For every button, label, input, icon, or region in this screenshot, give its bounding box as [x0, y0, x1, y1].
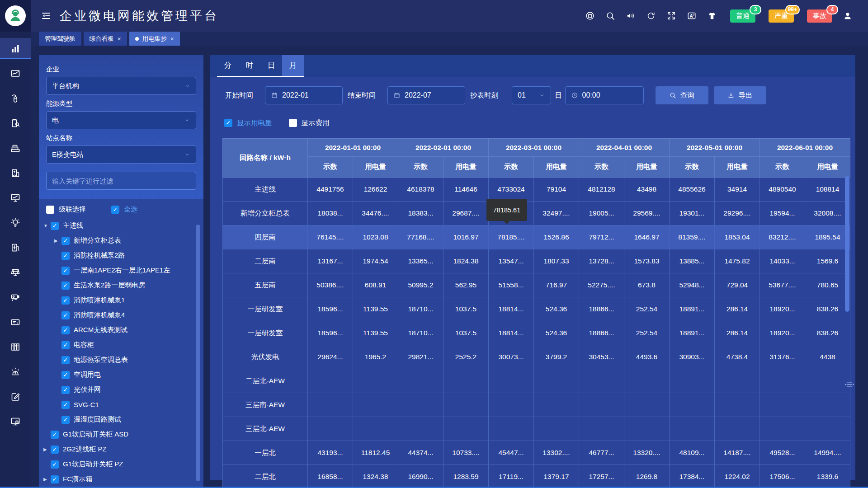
tree-item[interactable]: ✓G1软启动开关柜 PZ — [43, 457, 203, 472]
tree-item[interactable]: ▼✓主进线 — [43, 218, 203, 233]
export-button[interactable]: 导出 — [714, 86, 766, 104]
tree-item-checkbox[interactable]: ✓ — [61, 296, 70, 305]
nav-tab-0[interactable]: 管理驾驶舱 — [39, 32, 81, 46]
table-row[interactable]: 一层北43193...11812.4544374...10733....4544… — [223, 441, 850, 465]
sidebar-item-machine[interactable] — [0, 137, 31, 159]
search-icon[interactable] — [605, 11, 615, 21]
tree-item[interactable]: ✓温湿度回路测试 — [43, 412, 203, 427]
tree-item-checkbox[interactable]: ✓ — [61, 416, 70, 424]
scroll-drag-handle-icon[interactable] — [844, 379, 855, 390]
tree-item-checkbox[interactable]: ✓ — [61, 237, 70, 245]
sidebar-item-ev-charger[interactable] — [0, 237, 31, 258]
tree-item-checkbox[interactable]: ✓ — [61, 252, 70, 260]
table-row[interactable]: 三层南-AEW — [223, 393, 850, 417]
tree-scrollbar-thumb[interactable] — [196, 225, 200, 481]
station-select[interactable]: E楼变电站 — [46, 145, 196, 164]
sidebar-item-bar-chart[interactable] — [0, 38, 31, 59]
sidebar-item-server[interactable] — [0, 311, 31, 333]
collapse-sidebar-icon[interactable] — [41, 10, 52, 21]
tree-item-checkbox[interactable]: ✓ — [61, 341, 70, 349]
caret-right-icon[interactable]: ▶ — [54, 238, 61, 243]
tree-search-input[interactable] — [46, 172, 196, 190]
tree-item-checkbox[interactable]: ✓ — [51, 475, 59, 483]
tree-item[interactable]: ✓生活水泵2路一层弱电房 — [43, 278, 203, 293]
alarm-badge-2[interactable]: 事故4 — [807, 9, 832, 23]
tree-item[interactable]: ✓G1软启动开关柜 ASD — [43, 427, 203, 442]
app-logo[interactable] — [5, 5, 26, 26]
table-row[interactable]: 一层研发室18596...1139.5518710...1037.518814.… — [223, 321, 850, 345]
tree-item[interactable]: ▶✓2G2进线柜 PZ — [43, 442, 203, 457]
refresh-icon[interactable] — [646, 11, 656, 21]
tree-item[interactable]: ✓空调用电 — [43, 367, 203, 382]
tree-item[interactable]: ▶✓新增分立柜总表 — [43, 233, 203, 248]
sidebar-item-trend-chart[interactable] — [0, 63, 31, 84]
caret-right-icon[interactable]: ▶ — [43, 477, 51, 482]
select-all-checkbox[interactable]: ✓ — [111, 206, 119, 214]
start-date-input[interactable]: 2022-01 — [265, 86, 343, 104]
language-icon[interactable]: A文 — [687, 11, 697, 21]
tree-item[interactable]: ✓SVG-C1 — [43, 397, 203, 412]
tree-item[interactable]: ✓光伏并网 — [43, 382, 203, 397]
tree-item-checkbox[interactable]: ✓ — [61, 282, 70, 290]
sidebar-item-screen-settings[interactable] — [0, 411, 31, 432]
tree-item[interactable]: ✓ARCM无线表测试 — [43, 323, 203, 338]
close-tab-icon[interactable]: × — [170, 35, 174, 42]
nav-tab-2[interactable]: 用电集抄× — [129, 32, 180, 46]
tree-item-checkbox[interactable]: ✓ — [51, 460, 59, 469]
sidebar-item-alarm[interactable] — [0, 361, 31, 382]
tree-item[interactable]: ✓电容柜 — [43, 338, 203, 352]
fullscreen-icon[interactable] — [666, 11, 676, 21]
table-row[interactable]: 主进线4491756126622461837811464647330247910… — [223, 178, 850, 202]
meter-clock-input[interactable]: 00:00 — [565, 86, 644, 104]
caret-down-icon[interactable]: ▼ — [43, 223, 51, 228]
tree-item[interactable]: ✓消防喷淋机械泵4 — [43, 308, 203, 323]
show-energy-checkbox[interactable]: ✓ — [224, 119, 232, 127]
tree-item-checkbox[interactable]: ✓ — [51, 446, 59, 454]
tree-item[interactable]: ✓消防喷淋机械泵1 — [43, 293, 203, 308]
table-row[interactable]: 五层南50386....608.9150995.2562.9551558...7… — [223, 273, 850, 297]
cascade-checkbox[interactable] — [46, 206, 54, 214]
table-row[interactable]: 光伏发电29624...1965.229821...2525.230073...… — [223, 345, 850, 369]
table-row[interactable]: 二层北-AEW — [223, 369, 850, 393]
sidebar-item-monitor-chart[interactable] — [0, 187, 31, 208]
sidebar-item-camera[interactable] — [0, 286, 31, 308]
tree-item-checkbox[interactable]: ✓ — [61, 356, 70, 364]
table-row[interactable]: 二层南13167...1974.5413365...1824.3813547..… — [223, 249, 850, 273]
company-select[interactable]: 平台机构 — [46, 77, 196, 95]
tree-item[interactable]: ✓消防栓机械泵2路 — [43, 248, 203, 263]
tree-item-checkbox[interactable]: ✓ — [61, 267, 70, 275]
energy-type-select[interactable]: 电 — [46, 111, 196, 129]
tree-item-checkbox[interactable]: ✓ — [61, 326, 70, 334]
alarm-badge-0[interactable]: 普通3 — [730, 9, 755, 23]
period-tab-hour[interactable]: 时 — [239, 55, 260, 76]
tree-item-checkbox[interactable]: ✓ — [51, 431, 59, 439]
caret-right-icon[interactable]: ▶ — [43, 447, 51, 452]
table-row[interactable]: 新增分立柜总表18038...34476....18383...29687...… — [223, 202, 850, 225]
tree-item-checkbox[interactable]: ✓ — [61, 371, 70, 379]
tree-item[interactable]: ▶✓FC演示箱 — [43, 472, 203, 487]
tree-item-checkbox[interactable]: ✓ — [61, 386, 70, 394]
period-tab-minute[interactable]: 分 — [217, 55, 239, 76]
end-date-input[interactable]: 2022-07 — [387, 86, 465, 104]
query-button[interactable]: 查询 — [656, 86, 708, 104]
user-icon[interactable] — [843, 11, 853, 21]
table-vertical-scrollbar-thumb[interactable] — [845, 176, 849, 312]
tree-item-checkbox[interactable]: ✓ — [51, 222, 59, 230]
close-tab-icon[interactable]: × — [118, 35, 121, 42]
sidebar-item-building[interactable] — [0, 162, 31, 183]
alarm-badge-1[interactable]: 严重99+ — [769, 9, 794, 23]
show-cost-checkbox[interactable] — [289, 119, 297, 127]
sidebar-item-solar-panel[interactable] — [0, 262, 31, 283]
tree-item-checkbox[interactable]: ✓ — [61, 401, 70, 409]
table-row[interactable]: 二层北16858...1324.3816990...1283.5917119..… — [223, 465, 850, 488]
table-row[interactable]: 四层南76145....1023.0877168....1016.9778185… — [223, 225, 850, 249]
sound-icon[interactable] — [626, 11, 636, 21]
sidebar-item-bulb[interactable] — [0, 212, 31, 233]
tree-item[interactable]: ✓地源热泵空调总表 — [43, 352, 203, 367]
table-row[interactable]: 一层研发室18596...1139.5518710...1037.518814.… — [223, 297, 850, 321]
period-tab-day[interactable]: 日 — [260, 55, 282, 76]
help-icon[interactable] — [585, 11, 595, 21]
sidebar-item-fire-extinguisher[interactable] — [0, 88, 31, 109]
meter-day-select[interactable]: 01 — [512, 86, 551, 104]
sidebar-item-inspection[interactable] — [0, 113, 31, 134]
